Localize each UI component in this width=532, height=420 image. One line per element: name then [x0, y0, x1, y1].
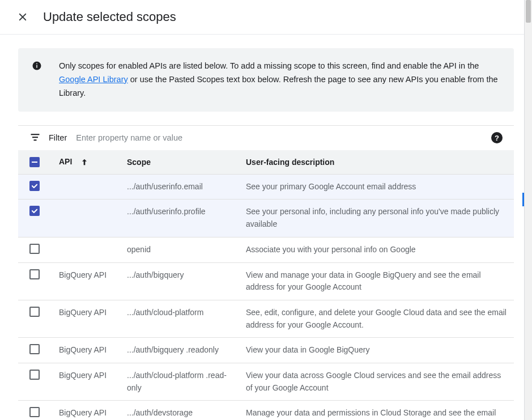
table-row: BigQuery API.../auth/bigqueryView and ma… [18, 262, 514, 300]
cell-scope: .../auth/userinfo.profile [120, 200, 239, 237]
filter-bar: Filter ? [18, 125, 514, 150]
row-checkbox[interactable] [29, 269, 40, 279]
table-row: BigQuery API.../auth/cloud-platform .rea… [18, 363, 514, 400]
cell-description: Manage your data and permissions in Clou… [239, 401, 514, 420]
row-checkbox[interactable] [29, 344, 40, 354]
row-checkbox[interactable] [29, 181, 40, 191]
cell-description: See your personal info, including any pe… [239, 200, 514, 237]
table-row: .../auth/userinfo.profileSee your person… [18, 200, 514, 237]
cell-description: View your data across Google Cloud servi… [239, 363, 514, 400]
cell-scope: .../auth/cloud-platform .read-only [120, 363, 239, 400]
help-icon[interactable]: ? [491, 132, 503, 143]
cell-scope: .../auth/cloud-platform [120, 300, 239, 337]
row-checkbox[interactable] [29, 407, 40, 417]
table-row: BigQuery API.../auth/bigquery .readonlyV… [18, 338, 514, 363]
dialog-header: Update selected scopes [0, 0, 532, 35]
column-header-api[interactable]: API [52, 150, 120, 175]
cell-api: BigQuery API [52, 363, 120, 400]
column-header-scope[interactable]: Scope [120, 150, 239, 175]
svg-rect-8 [32, 162, 37, 163]
row-checkbox[interactable] [29, 307, 40, 317]
filter-icon [29, 131, 41, 145]
table-row: .../auth/userinfo.emailSee your primary … [18, 174, 514, 200]
info-icon [32, 61, 42, 100]
svg-rect-5 [31, 134, 40, 135]
cell-api: BigQuery API [52, 401, 120, 420]
row-checkbox[interactable] [29, 370, 40, 380]
table-row: BigQuery API.../auth/cloud-platformSee, … [18, 300, 514, 337]
api-library-link[interactable]: Google API Library [59, 75, 128, 84]
cell-scope: .../auth/userinfo.email [120, 174, 239, 200]
close-button[interactable] [14, 8, 32, 26]
cell-scope: .../auth/devstorage .full_control [120, 401, 239, 420]
svg-rect-7 [34, 139, 37, 141]
row-checkbox[interactable] [29, 206, 40, 216]
info-text-before: Only scopes for enabled APIs are listed … [59, 61, 479, 70]
column-header-description[interactable]: User-facing description [239, 150, 514, 175]
svg-rect-3 [36, 65, 37, 68]
cell-api [52, 174, 120, 200]
table-row: BigQuery API.../auth/devstorage .full_co… [18, 401, 514, 420]
svg-rect-4 [36, 63, 37, 65]
dialog-content: Only scopes for enabled APIs are listed … [0, 35, 532, 420]
table-row: openidAssociate you with your personal i… [18, 237, 514, 262]
row-checkbox[interactable] [29, 244, 40, 254]
cell-api: BigQuery API [52, 338, 120, 363]
scroll-accent [522, 193, 524, 206]
cell-description: View your data in Google BigQuery [239, 338, 514, 363]
cell-description: See, edit, configure, and delete your Go… [239, 300, 514, 337]
cell-api [52, 200, 120, 237]
table-header-row: API Scope User-facing description [18, 150, 514, 175]
cell-api: BigQuery API [52, 262, 120, 300]
scrollbar-track[interactable] [524, 0, 532, 420]
filter-input[interactable] [75, 133, 483, 143]
sort-arrow-icon [80, 158, 89, 167]
dialog-title: Update selected scopes [43, 10, 176, 24]
cell-description: See your primary Google Account email ad… [239, 174, 514, 200]
select-all-checkbox[interactable] [29, 157, 40, 167]
filter-label: Filter [49, 133, 67, 142]
close-icon [18, 12, 28, 22]
cell-api: BigQuery API [52, 300, 120, 337]
info-text: Only scopes for enabled APIs are listed … [59, 60, 500, 100]
cell-api [52, 237, 120, 262]
cell-scope: openid [120, 237, 239, 262]
scrollbar-thumb[interactable] [526, 0, 531, 23]
scopes-table: API Scope User-facing description .../au… [18, 150, 514, 420]
svg-rect-6 [32, 137, 38, 138]
cell-scope: .../auth/bigquery .readonly [120, 338, 239, 363]
cell-scope: .../auth/bigquery [120, 262, 239, 300]
cell-description: View and manage your data in Google BigQ… [239, 262, 514, 300]
info-banner: Only scopes for enabled APIs are listed … [18, 48, 514, 112]
cell-description: Associate you with your personal info on… [239, 237, 514, 262]
